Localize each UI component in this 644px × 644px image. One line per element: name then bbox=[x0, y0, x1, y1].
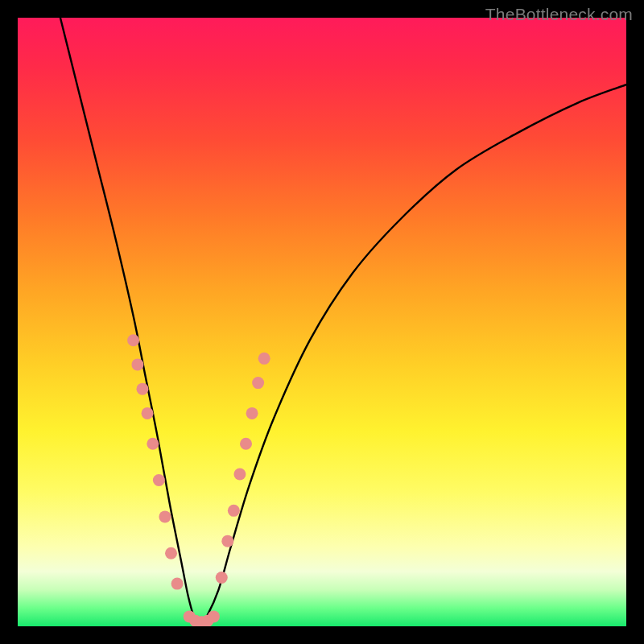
curve-marker bbox=[240, 438, 252, 450]
curve-marker bbox=[233, 469, 246, 481]
curve-marker bbox=[127, 334, 139, 346]
curve-marker bbox=[208, 610, 220, 622]
curve-marker bbox=[221, 535, 233, 547]
curve-marker bbox=[136, 383, 148, 395]
curve-marker bbox=[228, 505, 240, 517]
curve-marker bbox=[171, 578, 184, 590]
curve-marker bbox=[216, 572, 228, 584]
curve-marker bbox=[258, 353, 270, 365]
curve-markers bbox=[127, 334, 270, 626]
watermark-text: TheBottleneck.com bbox=[485, 5, 633, 24]
curve-marker bbox=[153, 474, 165, 486]
chart-svg bbox=[18, 18, 626, 626]
curve-marker bbox=[142, 407, 154, 419]
bottleneck-curve bbox=[60, 18, 626, 623]
curve-marker bbox=[159, 510, 171, 522]
curve-marker bbox=[165, 547, 177, 559]
curve-marker bbox=[131, 358, 143, 370]
curve-marker bbox=[252, 377, 264, 389]
curve-marker bbox=[246, 407, 258, 419]
chart-frame bbox=[18, 18, 626, 626]
curve-marker bbox=[147, 438, 159, 450]
